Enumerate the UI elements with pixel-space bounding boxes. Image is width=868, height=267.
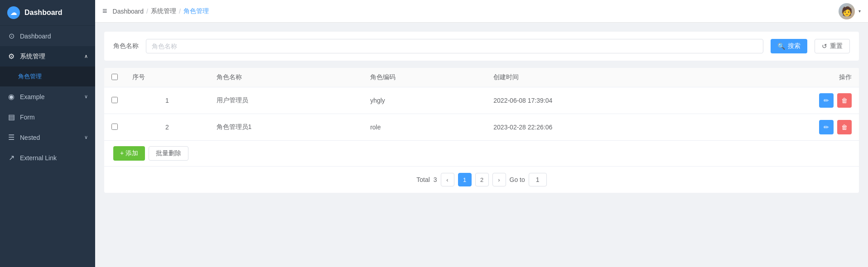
sidebar: ☁ Dashboard ⊙ Dashboard ⚙ 系统管理 ∧ 角色管理 ◉ …: [0, 0, 95, 267]
header-action: 操作: [713, 68, 859, 87]
sidebar-item-role[interactable]: 角色管理: [0, 67, 95, 86]
select-all-checkbox[interactable]: [111, 74, 118, 80]
next-page-button[interactable]: ›: [492, 173, 506, 186]
row-seq: 1: [125, 87, 209, 114]
header-code: 角色编码: [363, 68, 486, 87]
sidebar-label-form: Form: [20, 114, 35, 121]
row-name: 用户管理员: [209, 87, 363, 114]
search-panel: 角色名称 🔍 搜索 ↺ 重置: [104, 32, 859, 61]
edit-button[interactable]: ✏: [819, 120, 834, 134]
breadcrumb-system[interactable]: 系统管理: [151, 7, 176, 15]
search-button[interactable]: 🔍 搜索: [771, 39, 807, 53]
row-code: role: [363, 114, 486, 141]
page-1-button[interactable]: 1: [458, 173, 472, 186]
sidebar-label-dashboard: Dashboard: [20, 33, 51, 40]
delete-button[interactable]: 🗑: [837, 93, 852, 108]
chevron-down-icon-nested: ∨: [84, 134, 88, 140]
sidebar-item-example[interactable]: ◉ Example ∨: [0, 86, 95, 107]
example-icon: ◉: [7, 92, 15, 101]
edit-button[interactable]: ✏: [819, 93, 834, 108]
row-name: 角色管理员1: [209, 114, 363, 141]
row-code: yhgly: [363, 87, 486, 114]
row-seq: 2: [125, 114, 209, 141]
add-button[interactable]: + 添加: [113, 146, 145, 161]
row-created: 2022-06-08 17:39:04: [486, 87, 713, 114]
prev-page-button[interactable]: ‹: [441, 173, 454, 186]
avatar-image: 🧑: [839, 3, 855, 19]
row-actions: ✏ 🗑: [713, 87, 859, 114]
breadcrumb-sep-2: /: [179, 8, 181, 15]
row-checkbox[interactable]: [111, 97, 118, 103]
sidebar-submenu-system: 角色管理: [0, 67, 95, 86]
goto-input[interactable]: [529, 173, 547, 186]
logo-icon: ☁: [7, 6, 20, 19]
header-right: 🧑 ▾: [839, 3, 861, 19]
page-content: 角色名称 🔍 搜索 ↺ 重置 序号 角色名称: [95, 23, 868, 267]
goto-label: Go to: [510, 176, 525, 183]
table-row: 1 用户管理员 yhgly 2022-06-08 17:39:04 ✏ 🗑: [104, 87, 859, 114]
sidebar-label-role: 角色管理: [18, 72, 42, 81]
sidebar-label-external: External Link: [20, 154, 57, 162]
header-checkbox-cell: [104, 68, 125, 87]
breadcrumb-dashboard[interactable]: Dashboard: [113, 8, 144, 15]
chevron-down-icon-user[interactable]: ▾: [858, 9, 861, 14]
sidebar-item-nested[interactable]: ☰ Nested ∨: [0, 127, 95, 148]
sidebar-label-example: Example: [20, 93, 44, 100]
table-row: 2 角色管理员1 role 2023-02-28 22:26:06 ✏ 🗑: [104, 114, 859, 141]
bottom-bar: + 添加 批量删除: [104, 140, 859, 166]
header-seq: 序号: [125, 68, 209, 87]
row-created: 2023-02-28 22:26:06: [486, 114, 713, 141]
search-input[interactable]: [146, 39, 763, 53]
page-2-button[interactable]: 2: [475, 173, 489, 186]
breadcrumb: Dashboard / 系统管理 / 角色管理: [113, 7, 209, 15]
system-icon: ⚙: [7, 52, 15, 61]
pagination-bar: Total 3 ‹ 1 2 › Go to: [104, 166, 859, 193]
reset-button[interactable]: ↺ 重置: [815, 39, 850, 53]
sidebar-label-system: 系统管理: [20, 52, 45, 61]
chevron-down-icon-example: ∨: [84, 94, 88, 100]
form-icon: ▤: [7, 113, 15, 121]
sidebar-label-nested: Nested: [20, 134, 40, 141]
sidebar-logo[interactable]: ☁ Dashboard: [0, 0, 95, 26]
data-table: 序号 角色名称 角色编码 创建时间 操作 1 用户管理员 yhgly 2022-…: [104, 68, 859, 140]
nested-icon: ☰: [7, 133, 15, 142]
avatar[interactable]: 🧑: [839, 3, 855, 19]
row-checkbox-cell: [104, 114, 125, 141]
header: ≡ Dashboard / 系统管理 / 角色管理 🧑 ▾: [95, 0, 868, 23]
hamburger-icon[interactable]: ≡: [102, 6, 107, 16]
chevron-down-icon: ∧: [84, 53, 88, 59]
sidebar-item-dashboard[interactable]: ⊙ Dashboard: [0, 26, 95, 46]
total-text: Total 3: [416, 176, 437, 183]
search-icon: 🔍: [777, 43, 785, 50]
breadcrumb-current: 角色管理: [183, 7, 209, 15]
header-name: 角色名称: [209, 68, 363, 87]
row-checkbox-cell: [104, 87, 125, 114]
search-label: 角色名称: [113, 42, 139, 50]
batch-delete-button[interactable]: 批量删除: [149, 146, 188, 161]
reset-icon: ↺: [822, 43, 827, 50]
row-actions: ✏ 🗑: [713, 114, 859, 141]
delete-button[interactable]: 🗑: [837, 120, 852, 134]
breadcrumb-sep-1: /: [146, 8, 148, 15]
dashboard-icon: ⊙: [7, 32, 15, 40]
main-content: ≡ Dashboard / 系统管理 / 角色管理 🧑 ▾ 角色名称 🔍 搜索 …: [95, 0, 868, 267]
table-panel: 序号 角色名称 角色编码 创建时间 操作 1 用户管理员 yhgly 2022-…: [104, 68, 859, 193]
logo-title: Dashboard: [24, 9, 63, 17]
header-created: 创建时间: [486, 68, 713, 87]
sidebar-item-system[interactable]: ⚙ 系统管理 ∧: [0, 46, 95, 67]
table-header-row: 序号 角色名称 角色编码 创建时间 操作: [104, 68, 859, 87]
row-checkbox[interactable]: [111, 124, 118, 130]
sidebar-item-form[interactable]: ▤ Form: [0, 107, 95, 127]
external-icon: ↗: [7, 153, 15, 162]
sidebar-item-external[interactable]: ↗ External Link: [0, 148, 95, 168]
